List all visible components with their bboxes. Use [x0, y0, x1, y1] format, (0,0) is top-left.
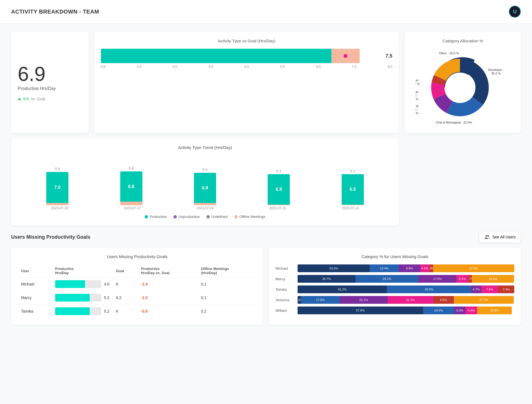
cat-user-label: Tamika — [275, 287, 298, 292]
svg-text:Developer -: Developer - — [488, 68, 504, 71]
cat-user-label: William — [275, 308, 298, 313]
col-offline: Offline Meetings(Hrs/Day) — [198, 264, 257, 277]
cat-stacked-bar: 57.9%14.3%5.3%5.4%16.0% — [298, 307, 514, 314]
legend-item: Offline Meetings — [234, 215, 265, 219]
bar-offline-label: 0.1 — [276, 169, 281, 173]
category-allocation-card: Category Allocation % — [405, 32, 521, 133]
user-name-cell: Michael — [18, 277, 52, 291]
svg-text:Chat & Messaging - 22.5%: Chat & Messaging - 22.5% — [436, 121, 472, 124]
vs-goal-row: 0.5 vs. Goal — [18, 97, 45, 101]
category-users-card: Category % for Users Missing Goals Micha… — [269, 248, 521, 325]
bar-date-label: 2023-07-31 — [267, 206, 289, 210]
legend-dot — [145, 215, 148, 218]
svg-text:9.5 %: 9.5 % — [416, 97, 418, 101]
trend-x-axis: 2023-07-102023-07-172023-07-242023-07-31… — [18, 206, 392, 210]
svg-text:4.2 %: 4.2 % — [416, 82, 420, 86]
legend-item: Productive — [145, 215, 167, 219]
section-header: Users Missing Productivity Goals See All… — [11, 231, 521, 243]
bar-date-label: 2023-07-24 — [194, 206, 216, 210]
svg-text:Software -: Software - — [416, 108, 418, 111]
cat-seg: 1.7% — [468, 275, 472, 283]
cat-bar-row: Victorina1.6%17.8%22.1%21.1%9.5%27.7% — [275, 296, 514, 304]
legend-label: Undefined — [211, 215, 228, 219]
cat-seg: 1.6% — [298, 296, 301, 304]
hrs-value: 4.6 — [104, 282, 109, 286]
cat-seg: 37.5% — [433, 264, 514, 272]
trend-bar-group: 0.56.8 — [194, 168, 216, 205]
table-row: Marcy 5.2 6.2 -1.0 0.1 — [18, 291, 257, 305]
cat-seg: 5.3% — [454, 307, 466, 314]
goal-cell: 6 — [113, 277, 138, 291]
trend-bar-group: 0.57.0 — [46, 167, 68, 205]
vs-goal-value: 0.5 — [23, 97, 29, 101]
stacked-bar: 7.0 — [46, 172, 68, 205]
cat-bar-row: Michael33.3%13.4%9.9%4.1%1.8%37.5% — [275, 264, 514, 272]
svg-text:Email -: Email - — [416, 79, 420, 82]
cat-seg: 17.5% — [418, 275, 456, 283]
bar-seg-productive: 6.9 — [342, 174, 364, 205]
legend-dot — [173, 215, 177, 218]
see-all-users-button[interactable]: See All Users — [479, 231, 521, 243]
trend-bars: 0.57.00.86.80.56.80.16.90.16.9 — [18, 155, 392, 205]
bar-date-label: 2023-07-10 — [48, 206, 71, 210]
users-icon — [484, 234, 490, 240]
trend-row: Activity Type Trend (Hrs/Day) 0.57.00.86… — [11, 138, 521, 225]
cat-seg: 57.9% — [298, 307, 423, 314]
hrs-cell: 5.2 — [52, 291, 113, 305]
table-row: Michael 4.6 6 -1.4 0.1 — [18, 277, 257, 291]
cat-stacked-bar: 41.2%38.9%4.7%7.8%7.4% — [298, 285, 514, 293]
bar-seg-productive: 6.8 — [120, 171, 142, 202]
page-title: ACTIVITY BREAKDOWN - TEAM — [11, 9, 99, 15]
hrs-cell: 4.6 — [52, 277, 113, 291]
cat-seg: 16.0% — [477, 307, 512, 314]
cat-bar-row: Marcy26.7%29.1%17.5%5.5%1.7%19.4% — [275, 275, 514, 283]
activity-vs-goal-title: Activity Type vs Goal (Hrs/Day) — [101, 38, 392, 43]
bar-seg-productive: 6.9 — [268, 174, 290, 205]
cat-seg: 7.8% — [481, 285, 498, 293]
cat-bar-row: William57.9%14.3%5.3%5.4%16.0% — [275, 307, 514, 314]
users-table-card: Users Missing Productivity Goals User Pr… — [11, 248, 263, 325]
cat-user-label: Marcy — [275, 277, 298, 281]
main-content: 6.9 Productive Hrs/Day 0.5 vs. Goal Acti… — [0, 24, 532, 333]
cat-seg: 5.4% — [466, 307, 477, 314]
see-all-label: See All Users — [492, 235, 516, 239]
hbar-axis: 0.01.02.03.04.05.06.07.08.0 — [101, 65, 392, 69]
cat-seg: 38.9% — [387, 285, 471, 293]
cat-seg: 1.8% — [429, 264, 433, 272]
svg-text:Google: Google — [416, 90, 418, 94]
svg-text:10.6 %: 10.6 % — [416, 111, 418, 115]
cat-seg: 9.5% — [433, 296, 454, 304]
activity-vs-goal-chart: 7.5 0.01.02.03.04.05.06.07.08.0 — [101, 49, 392, 69]
productive-hrs-card: 6.9 Productive Hrs/Day 0.5 vs. Goal — [11, 32, 89, 133]
bar-date-label: 2023-07-10 — [339, 206, 362, 210]
legend-dot — [206, 215, 210, 218]
activity-vs-goal-card: Activity Type vs Goal (Hrs/Day) 7.5 0.01… — [94, 32, 399, 133]
donut-chart-wrapper: Developer - 35.2 % Chat & Messaging - 22… — [411, 49, 514, 126]
bar-date-label: 2023-07-17 — [121, 206, 144, 210]
bottom-row: Users Missing Productivity Goals User Pr… — [11, 248, 521, 325]
cat-seg: 7.4% — [498, 285, 514, 293]
bottom-section: Users Missing Productivity Goals See All… — [11, 231, 521, 325]
bar-offline-label: 0.5 — [203, 168, 208, 172]
hrs-value: 5.2 — [104, 295, 109, 300]
col-hrs: ProductiveHrs/Day — [52, 264, 113, 277]
col-goal: Goal — [113, 264, 138, 277]
productive-big-number: 6.9 — [18, 64, 45, 84]
user-name-cell: Tamika — [18, 305, 52, 318]
offline-cell: 0.1 — [198, 291, 257, 305]
legend-label: Productive — [150, 215, 167, 219]
stacked-bar: 6.8 — [120, 171, 142, 205]
productive-hrs-label: Productive Hrs/Day — [18, 86, 56, 91]
users-table-title: Users Missing Productivity Goals — [18, 254, 257, 259]
up-arrow-icon — [18, 97, 21, 100]
svg-point-19 — [485, 235, 487, 237]
bar-offline-label: 0.1 — [350, 169, 355, 173]
offline-cell: 0.1 — [198, 277, 257, 291]
donut-chart-svg: Developer - 35.2 % Chat & Messaging - 22… — [416, 46, 510, 129]
cat-seg: 13.4% — [370, 264, 399, 272]
cat-seg: 9.9% — [399, 264, 420, 272]
cat-seg: 22.1% — [340, 296, 388, 304]
bar-seg-offline — [46, 203, 68, 205]
cat-seg: 27.7% — [454, 296, 514, 304]
legend-label: Unproductive — [178, 215, 200, 219]
